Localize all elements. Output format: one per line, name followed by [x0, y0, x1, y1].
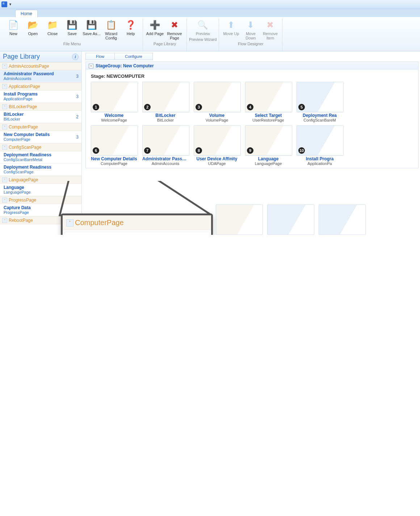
- open-button[interactable]: Open: [23, 18, 43, 37]
- thumbnail-title: Language: [245, 156, 291, 161]
- page-thumbnail-card[interactable]: 9LanguageLanguagePage: [245, 125, 291, 166]
- add-icon: [149, 19, 161, 31]
- thumbnail-title: Deployment Rea: [297, 113, 343, 118]
- thumbnail-subtitle: VolumePage: [194, 118, 240, 122]
- ribbon-group-label: File Menu: [63, 41, 81, 47]
- preview-icon: [197, 19, 209, 31]
- page-thumbnail[interactable]: [267, 204, 314, 235]
- button-label: Close: [47, 31, 58, 36]
- thumbnail-subtitle: LanguagePage: [245, 161, 291, 166]
- stage-label: Stage: NEWCOMPUTER: [91, 72, 413, 82]
- page-library-sidebar: Page Library i ˄AdminAccountsPageAdminis…: [0, 51, 82, 235]
- page-thumbnail-card[interactable]: 7Administrator Passw...AdminAccounts: [142, 125, 189, 166]
- thumbnail-number-badge: 7: [144, 147, 151, 154]
- chevron-up-icon: ˄: [2, 64, 7, 69]
- info-icon[interactable]: i: [72, 54, 79, 60]
- thumbnail-subtitle: AdminAccounts: [142, 161, 189, 166]
- library-group-header[interactable]: ˄AdminAccountsPage: [0, 62, 81, 70]
- page-thumbnail-preview: 9: [245, 125, 292, 156]
- remove-page-button[interactable]: Remove Page: [165, 18, 184, 41]
- save-button[interactable]: Save: [62, 18, 82, 37]
- page-usage-count: 3: [76, 135, 79, 140]
- library-group-header[interactable]: ˄BitLockerPage: [0, 103, 81, 111]
- library-page-item[interactable]: Deployment ReadinessConfigScanPage: [0, 164, 81, 176]
- collapse-toggle-icon[interactable]: −: [89, 64, 93, 68]
- library-page-item[interactable]: New Computer DetailsComputerPage3: [0, 131, 81, 143]
- page-thumbnail-card[interactable]: 3VolumeVolumePage: [194, 82, 240, 122]
- thumbnail-number-badge: 6: [93, 147, 99, 154]
- button-label: Preview: [196, 31, 210, 36]
- page-thumbnail-card[interactable]: 8User Device AffinityUDAPage: [194, 125, 240, 166]
- library-page-item[interactable]: LanguageLanguagePage: [0, 184, 81, 196]
- library-group-name: BitLockerPage: [9, 104, 37, 109]
- wizard-config-button[interactable]: Wizard Config: [101, 18, 121, 41]
- page-thumbnail-preview: 7: [142, 125, 189, 156]
- library-group-header[interactable]: ˄ApplicationPage: [0, 83, 81, 90]
- thumbnail-row: 6New Computer DetailsComputerPage7Admini…: [91, 125, 413, 166]
- library-group-header[interactable]: ˄RebootPage: [0, 216, 81, 224]
- page-usage-count: 3: [76, 94, 79, 99]
- chevron-up-icon: ˄: [2, 177, 7, 182]
- help-icon: [125, 19, 136, 31]
- thumbnail-title: Welcome: [91, 113, 137, 118]
- page-item-subtitle: ConfigScanPage: [4, 170, 79, 174]
- library-group-header[interactable]: ˄ProgressPage: [0, 196, 81, 204]
- chevron-up-icon: ˄: [2, 145, 7, 150]
- chevron-up-icon: ˄: [2, 218, 7, 223]
- page-thumbnail[interactable]: [319, 204, 366, 235]
- stage-group-label: StageGroup: New Computer: [96, 63, 154, 68]
- page-thumbnail-card[interactable]: 10Install PrograApplicationPa: [297, 125, 343, 166]
- page-library-title: Page Library: [3, 53, 40, 60]
- button-label: Remove Page: [165, 31, 184, 40]
- thumbnail-title: BitLocker: [142, 113, 189, 118]
- thumbnail-subtitle: ApplicationPa: [297, 161, 343, 166]
- library-page-item[interactable]: Administrator PasswordAdminAccounts3: [0, 70, 81, 83]
- page-library-header: Page Library i: [0, 51, 81, 62]
- page-thumbnail-preview: 6: [91, 125, 138, 156]
- page-thumbnail-preview: 2: [142, 82, 189, 112]
- library-page-item[interactable]: Capture DataProgressPage: [0, 204, 81, 216]
- ribbon-group-label: Flow Designer: [238, 41, 263, 47]
- page-item-subtitle: ConfigScanBareMetal: [4, 157, 79, 162]
- chevron-up-icon: ˄: [2, 84, 7, 89]
- page-thumbnail-card[interactable]: 6New Computer DetailsComputerPage: [91, 125, 137, 166]
- page-item-subtitle: ApplicationPage: [4, 97, 79, 101]
- button-label: Move Down: [242, 31, 260, 40]
- new-icon: [8, 19, 19, 31]
- main-content: FlowConfigure − StageGroup: New Computer…: [82, 51, 420, 235]
- help-button[interactable]: Help: [121, 18, 140, 37]
- button-label: Add Page: [146, 31, 164, 36]
- page-item-title: Deployment Readiness: [4, 152, 79, 157]
- save-icon: [66, 19, 78, 31]
- page-thumbnail[interactable]: [216, 204, 263, 235]
- chevron-up-icon: ˄: [2, 198, 7, 203]
- tab-home[interactable]: Home: [15, 10, 38, 17]
- ribbon-group: PreviewPreview Wizard: [187, 18, 219, 51]
- quick-access-dropdown-icon[interactable]: ▼: [9, 3, 12, 6]
- page-item-title: BitLocker: [4, 112, 79, 117]
- designer-subtabs: FlowConfigure: [85, 53, 420, 60]
- close-button[interactable]: Close: [43, 18, 62, 37]
- add-page-button[interactable]: Add Page: [145, 18, 165, 37]
- library-page-item[interactable]: Deployment ReadinessConfigScanBareMetal: [0, 151, 81, 164]
- button-label: Save As...: [83, 31, 101, 36]
- page-thumbnail-card[interactable]: 1WelcomeWelcomePage: [91, 82, 137, 122]
- library-group-header[interactable]: ˄LanguagePage: [0, 176, 81, 184]
- library-group-header[interactable]: ˄ComputerPage: [0, 123, 81, 131]
- page-thumbnail-preview: 4: [245, 82, 292, 112]
- library-group-header[interactable]: ˄ConfigScanPage: [0, 143, 81, 151]
- new-button[interactable]: New: [4, 18, 23, 37]
- subtab-configure[interactable]: Configure: [114, 53, 153, 60]
- library-page-item[interactable]: BitLockerBitLocker2: [0, 111, 81, 123]
- page-thumbnail-card[interactable]: 4Select TargetUserRestorePage: [245, 82, 291, 122]
- page-thumbnail-card[interactable]: 5Deployment ReaConfigScanBareM: [297, 82, 343, 122]
- library-page-item[interactable]: Install ProgramsApplicationPage3: [0, 90, 81, 103]
- page-item-title: Administrator Password: [4, 71, 79, 76]
- ribbon-group-label: Page Library: [154, 41, 176, 47]
- subtab-flow[interactable]: Flow: [85, 53, 115, 60]
- save-as--button[interactable]: Save As...: [82, 18, 101, 37]
- page-thumbnail-card[interactable]: 2BitLockerBitLocker: [142, 82, 189, 122]
- app-menu-icon[interactable]: [1, 1, 7, 7]
- chevron-up-icon: ˄: [2, 104, 7, 109]
- wizard-icon: [105, 19, 117, 31]
